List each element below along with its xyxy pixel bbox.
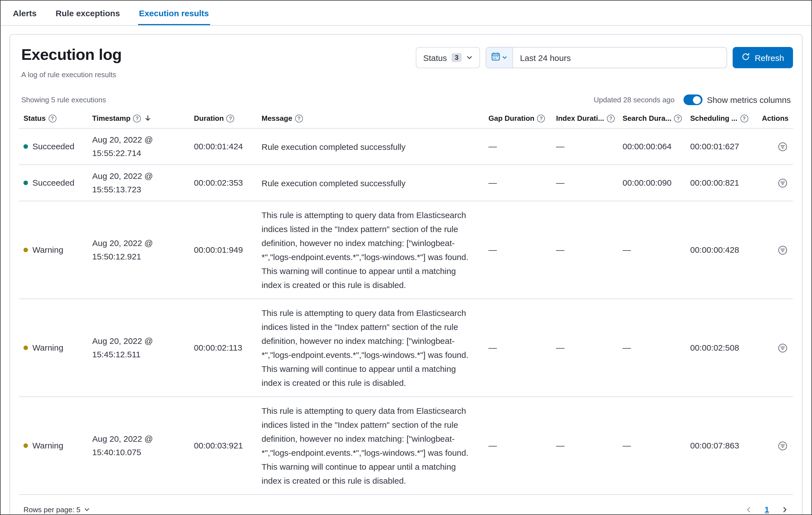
status-filter-button[interactable]: Status 3: [416, 47, 480, 68]
tab-alerts[interactable]: Alerts: [12, 1, 38, 25]
col-header-actions: Actions: [754, 108, 793, 128]
help-icon[interactable]: ?: [48, 114, 56, 122]
col-header-gap-duration[interactable]: Gap Duration ?: [484, 108, 552, 128]
scheduling-delay-cell: 00:00:00:821: [686, 172, 754, 194]
help-icon[interactable]: ?: [227, 114, 234, 122]
table-row: Warning Aug 20, 2022 @ 15:50:12.921 00:0…: [19, 201, 793, 299]
status-label: Warning: [32, 341, 63, 354]
col-header-index-duration[interactable]: Index Durati... ?: [552, 108, 618, 128]
actions-cell: [754, 435, 793, 456]
help-icon[interactable]: ?: [295, 114, 303, 122]
help-icon[interactable]: ?: [607, 114, 615, 122]
status-cell: Succeeded: [19, 172, 88, 194]
search-duration-cell: —: [618, 336, 686, 359]
actions-cell: [754, 172, 793, 193]
showing-count-text: Showing 5 rule executions: [21, 96, 106, 104]
calendar-icon: [492, 52, 500, 63]
col-header-message[interactable]: Message ?: [257, 108, 484, 128]
index-duration-cell: —: [552, 172, 618, 194]
duration-cell: 00:00:02:113: [190, 336, 257, 359]
help-icon[interactable]: ?: [740, 114, 748, 122]
sort-desc-icon: [144, 115, 152, 122]
chevron-down-icon: [502, 55, 508, 60]
scheduling-delay-cell: 00:00:01:627: [686, 135, 754, 158]
date-quick-select-button[interactable]: [487, 48, 513, 67]
gap-duration-cell: —: [484, 434, 552, 457]
col-header-timestamp[interactable]: Timestamp ?: [88, 108, 190, 128]
message-cell: Rule execution completed successfully: [257, 169, 484, 196]
refresh-label: Refresh: [755, 53, 784, 62]
status-dot: [24, 248, 28, 252]
status-cell: Warning: [19, 239, 88, 261]
duration-cell: 00:00:03:921: [190, 434, 257, 457]
refresh-button[interactable]: Refresh: [733, 47, 793, 68]
table-row: Succeeded Aug 20, 2022 @ 15:55:13.723 00…: [19, 165, 793, 201]
status-label: Succeeded: [32, 140, 74, 153]
tab-rule-exceptions[interactable]: Rule exceptions: [55, 1, 121, 25]
actions-cell: [754, 136, 793, 157]
row-actions-filter-button[interactable]: [777, 141, 788, 153]
col-header-status[interactable]: Status ?: [19, 108, 88, 128]
tab-execution-results[interactable]: Execution results: [138, 1, 210, 25]
status-filter-count-badge: 3: [452, 53, 462, 62]
timestamp-cell: Aug 20, 2022 @ 15:55:22.714: [88, 129, 190, 164]
row-actions-filter-button[interactable]: [777, 244, 788, 256]
col-header-scheduling-delay[interactable]: Scheduling ... ?: [686, 108, 754, 128]
top-tabbar: Alerts Rule exceptions Execution results: [1, 1, 811, 26]
show-metrics-toggle-wrap: Show metrics columns: [684, 94, 791, 105]
index-duration-cell: —: [552, 336, 618, 359]
col-header-duration[interactable]: Duration ?: [190, 108, 257, 128]
timestamp-cell: Aug 20, 2022 @ 15:45:12.511: [88, 330, 190, 366]
chevron-down-icon: [84, 506, 90, 513]
duration-cell: 00:00:01:949: [190, 239, 257, 261]
table-body: Succeeded Aug 20, 2022 @ 15:55:22.714 00…: [19, 129, 793, 495]
actions-cell: [754, 337, 793, 358]
actions-cell: [754, 240, 793, 260]
timestamp-cell: Aug 20, 2022 @ 15:40:10.075: [88, 428, 190, 464]
rows-per-page-button[interactable]: Rows per page: 5: [24, 505, 90, 514]
index-duration-cell: —: [552, 135, 618, 158]
table-row: Warning Aug 20, 2022 @ 15:40:10.075 00:0…: [19, 397, 793, 495]
row-actions-filter-button[interactable]: [777, 342, 788, 354]
search-duration-cell: 00:00:00:064: [618, 135, 686, 158]
toggle-knob: [693, 96, 701, 104]
status-dot: [24, 181, 28, 185]
search-duration-cell: —: [618, 239, 686, 261]
status-dot: [24, 144, 28, 149]
status-dot: [24, 346, 28, 350]
execution-log-panel: Execution log A log of rule execution re…: [9, 34, 803, 515]
duration-cell: 00:00:02:353: [190, 172, 257, 194]
updated-ago-text: Updated 28 seconds ago: [594, 96, 674, 104]
timestamp-cell: Aug 20, 2022 @ 15:55:13.723: [88, 165, 190, 201]
gap-duration-cell: —: [484, 336, 552, 359]
help-icon[interactable]: ?: [537, 114, 545, 122]
show-metrics-toggle[interactable]: [684, 94, 702, 105]
col-header-search-duration[interactable]: Search Dura... ?: [618, 108, 686, 128]
status-filter-label: Status: [423, 53, 447, 62]
index-duration-cell: —: [552, 239, 618, 261]
row-actions-filter-button[interactable]: [777, 440, 788, 452]
pagination: 1: [745, 505, 788, 514]
gap-duration-cell: —: [484, 239, 552, 261]
date-range-value[interactable]: Last 24 hours: [513, 48, 727, 67]
status-cell: Warning: [19, 336, 88, 359]
page-subtitle: A log of rule execution results: [19, 71, 121, 79]
message-cell: This rule is attempting to query data fr…: [257, 397, 484, 494]
controls: Status 3: [416, 47, 793, 68]
help-icon[interactable]: ?: [674, 114, 682, 122]
table-row: Warning Aug 20, 2022 @ 15:45:12.511 00:0…: [19, 299, 793, 397]
page-title: Execution log: [19, 46, 121, 64]
row-actions-filter-button[interactable]: [777, 177, 788, 189]
index-duration-cell: —: [552, 434, 618, 457]
page-number-1[interactable]: 1: [764, 505, 769, 514]
chevron-down-icon: [466, 54, 473, 61]
next-page-icon[interactable]: [781, 506, 788, 513]
duration-cell: 00:00:01:424: [190, 135, 257, 158]
search-duration-cell: —: [618, 434, 686, 457]
previous-page-icon[interactable]: [745, 506, 752, 513]
super-date-picker: Last 24 hours: [486, 47, 727, 68]
message-cell: Rule execution completed successfully: [257, 133, 484, 160]
gap-duration-cell: —: [484, 135, 552, 158]
panel-title-block: Execution log A log of rule execution re…: [19, 46, 121, 79]
help-icon[interactable]: ?: [133, 114, 141, 122]
